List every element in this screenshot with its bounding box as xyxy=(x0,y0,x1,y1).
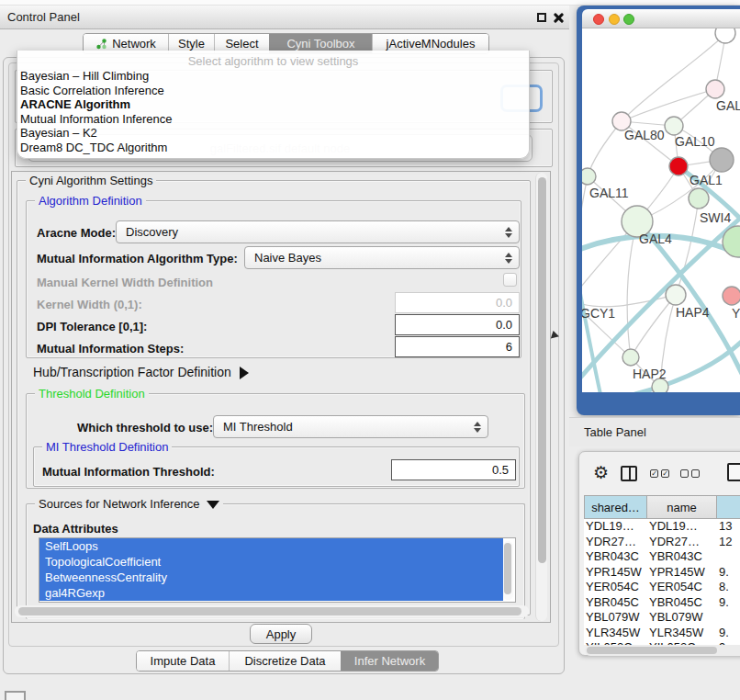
network-node[interactable] xyxy=(669,157,688,175)
attribute-list-item[interactable]: BetweennessCentrality xyxy=(39,570,503,585)
which-threshold-value: MI Threshold xyxy=(223,420,293,434)
algorithm-menu-item[interactable]: Bayesian – Hill Climbing xyxy=(17,69,529,84)
attribute-list-item[interactable]: TopologicalCoefficient xyxy=(39,554,503,570)
network-node-label: GAL4 xyxy=(639,231,672,246)
file-icon[interactable] xyxy=(727,463,740,481)
network-node[interactable] xyxy=(706,80,724,98)
kernel-width-value: 0.0 xyxy=(496,296,512,310)
network-view-window: GAL2GAL80GAL10GAL1GAL11SWI4GAL4GCY1HAP4Y… xyxy=(577,6,740,415)
network-node[interactable] xyxy=(665,117,683,135)
aracne-mode-value: Discovery xyxy=(126,225,178,239)
close-icon[interactable] xyxy=(553,12,564,23)
aracne-mode-combobox[interactable]: Discovery xyxy=(116,220,520,243)
dpi-tolerance-label: DPI Tolerance [0,1]: xyxy=(37,320,147,333)
tab-label: Cyni Toolbox xyxy=(286,37,354,51)
hub-definition-expander[interactable]: Hub/Transcription Factor Definition xyxy=(33,365,249,379)
minimized-panel-icon[interactable] xyxy=(5,691,26,700)
network-node[interactable] xyxy=(622,349,639,366)
list-scrollbar[interactable] xyxy=(503,541,513,600)
network-node-label: HAP2 xyxy=(633,367,667,381)
network-node[interactable] xyxy=(715,28,735,43)
settings-hscrollbar-thumb[interactable] xyxy=(18,607,521,615)
settings-vscrollbar-thumb[interactable] xyxy=(538,177,546,563)
list-scrollbar-thumb[interactable] xyxy=(504,543,511,594)
manual-kernel-label: Manual Kernel Width Definition xyxy=(37,276,213,289)
mi-steps-field[interactable]: 6 xyxy=(395,336,520,357)
dpi-tolerance-field[interactable]: 0.0 xyxy=(395,314,520,335)
which-threshold-label: Which threshold to use: xyxy=(77,421,213,435)
close-traffic-light-icon[interactable] xyxy=(593,14,604,25)
table-cell: 13 xyxy=(719,519,732,533)
float-window-icon[interactable] xyxy=(537,13,546,22)
which-threshold-combobox[interactable]: MI Threshold xyxy=(213,415,488,438)
column-header-0[interactable]: shared… xyxy=(584,495,647,519)
stepper-icon[interactable] xyxy=(505,227,512,238)
algorithm-placeholder: Select algorithm to view settings xyxy=(17,51,529,69)
mi-type-combobox[interactable]: Naive Bayes xyxy=(244,246,520,269)
algorithm-dropdown-menu: Select algorithm to view settings Bayesi… xyxy=(17,51,530,159)
mi-type-value: Naive Bayes xyxy=(254,251,321,265)
apply-button[interactable]: Apply xyxy=(250,624,312,644)
mi-threshold-field[interactable]: 0.5 xyxy=(391,459,516,480)
mi-threshold-group-title: MI Threshold Definition xyxy=(42,440,172,454)
network-node[interactable] xyxy=(710,148,734,172)
sources-title[interactable]: Sources for Network Inference xyxy=(35,497,223,511)
table-cell: YPR145W xyxy=(649,565,705,579)
split-columns-icon[interactable] xyxy=(621,466,637,481)
algorithm-menu-item[interactable]: Basic Correlation Inference xyxy=(17,84,529,98)
algorithm-menu-item[interactable]: Bayesian – K2 xyxy=(17,126,529,141)
network-node-label: GAL10 xyxy=(675,134,715,149)
zoom-traffic-light-icon[interactable] xyxy=(623,14,634,25)
deselect-all-checkboxes-icon[interactable] xyxy=(680,469,700,478)
apply-label: Apply xyxy=(266,627,297,641)
network-node[interactable] xyxy=(582,168,596,185)
table-panel-header: Table Panel xyxy=(569,417,740,446)
attribute-list-item[interactable]: gal4RGexp xyxy=(39,585,503,601)
network-node[interactable] xyxy=(666,285,686,305)
network-edge xyxy=(627,221,637,357)
column-header-2[interactable]: A xyxy=(717,495,740,519)
network-edge xyxy=(631,295,676,357)
network-node[interactable] xyxy=(689,188,709,209)
network-canvas[interactable]: GAL2GAL80GAL10GAL1GAL11SWI4GAL4GCY1HAP4Y… xyxy=(582,28,740,392)
table-cell: YPR145W xyxy=(586,565,642,579)
network-node[interactable] xyxy=(723,287,740,305)
settings-vscrollbar[interactable] xyxy=(535,173,547,621)
select-all-checkboxes-icon[interactable]: ✓✓ xyxy=(650,469,669,478)
control-panel-titlebar: Control Panel xyxy=(0,6,569,29)
algorithm-menu-item[interactable]: Mutual Information Inference xyxy=(17,112,529,127)
table-cell: YDL19… xyxy=(649,519,698,533)
table-cell: 9. xyxy=(719,595,729,609)
attribute-list-item[interactable]: SelfLoops xyxy=(39,538,503,554)
minimize-traffic-light-icon[interactable] xyxy=(609,14,620,25)
table-cell: YBL079W xyxy=(586,610,640,624)
table-cell: YER054C xyxy=(586,580,639,593)
data-attributes-listbox[interactable]: SelfLoopsTopologicalCoefficientBetweenne… xyxy=(39,537,516,603)
kernel-width-field[interactable]: 0.0 xyxy=(395,292,520,313)
tab-discretize-data[interactable]: Discretize Data xyxy=(229,651,341,671)
network-node-label: SWI4 xyxy=(700,210,731,225)
network-node-label: GAL2 xyxy=(716,98,740,113)
gear-icon[interactable]: ⚙ xyxy=(593,463,609,483)
network-node-label: GAL80 xyxy=(624,128,665,142)
desktop: { "colors": { "selection_blue": "#3c76d8… xyxy=(0,0,740,700)
network-node-label: GCY1 xyxy=(582,306,615,321)
table-cell: YDR27… xyxy=(649,535,700,548)
tab-impute-data[interactable]: Impute Data xyxy=(137,651,229,671)
algorithm-menu-item[interactable]: ARACNE Algorithm xyxy=(17,97,529,112)
settings-hscrollbar[interactable] xyxy=(15,605,529,617)
tab-label: Select xyxy=(225,37,258,51)
network-window-titlebar[interactable] xyxy=(582,9,740,28)
mi-threshold-value: 0.5 xyxy=(492,463,509,477)
expander-down-icon xyxy=(207,501,219,509)
table-cell: YDL19… xyxy=(586,519,634,533)
table-hscrollbar[interactable] xyxy=(585,645,740,656)
table-hscrollbar-thumb[interactable] xyxy=(587,647,717,654)
network-node-label: Y xyxy=(732,306,740,321)
manual-kernel-checkbox[interactable] xyxy=(503,273,517,287)
stepper-icon[interactable] xyxy=(474,422,481,433)
algorithm-menu-item[interactable]: Dream8 DC_TDC Algorithm xyxy=(17,141,529,155)
tab-infer-network[interactable]: Infer Network xyxy=(341,651,438,671)
stepper-icon[interactable] xyxy=(505,253,512,264)
column-header-1[interactable]: name xyxy=(647,495,717,519)
